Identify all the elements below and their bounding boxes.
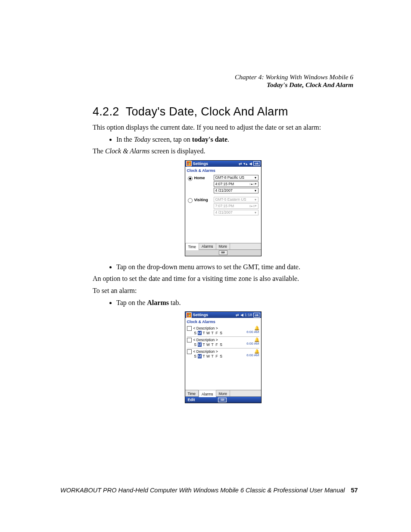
alarm-time[interactable]: 6:00 AM <box>246 342 259 345</box>
chevron-down-icon: ▼ <box>254 198 258 201</box>
bottom-bar: ⌨ <box>185 249 261 256</box>
bell-icon[interactable]: 🔔 <box>246 349 259 353</box>
volume-icon[interactable]: ◀ <box>249 162 252 166</box>
bullet-list-1: In the Today screen, tap on today's date… <box>93 135 353 144</box>
alarm-info: < Description > SMTWTFS <box>193 326 247 335</box>
screenshot-clock-alarms: Settings ⇄ ◀ 1:18 ok Clock & Alarms < De… <box>185 311 262 403</box>
chevron-down-icon: ▼ <box>254 211 258 214</box>
tray-clock[interactable]: 1:18 <box>245 313 252 317</box>
section-title: 4.2.2 Today's Date, Clock And Alarm <box>93 105 353 118</box>
bullet-list-2: Tap on the drop-down menu arrows to set … <box>93 262 353 272</box>
wm-body: Home GMT-8 Pacific US▼ 4:07:15 PM▲▼ 4 /2… <box>185 174 261 243</box>
titlebar-label: Settings <box>193 162 209 166</box>
signal-icon[interactable]: ▾▴ <box>243 162 248 166</box>
radio-home-label: Home <box>194 176 205 180</box>
header-section: Today's Date, Clock And Alarm <box>93 81 353 89</box>
home-time-field[interactable]: 4:07:15 PM▲▼ <box>214 181 258 187</box>
radio-visiting[interactable] <box>188 198 193 203</box>
page-footer: WORKABOUT PRO Hand-Held Computer With Wi… <box>60 487 362 494</box>
alarm-days[interactable]: SMTWTFS <box>193 331 247 335</box>
home-timezone-dropdown[interactable]: GMT-8 Pacific US▼ <box>214 175 258 180</box>
ok-button[interactable]: ok <box>253 313 260 317</box>
svg-rect-7 <box>189 315 190 316</box>
section-heading: Today's Date, Clock And Alarm <box>126 105 288 118</box>
svg-rect-1 <box>189 162 190 163</box>
tab-alarms[interactable]: Alarms <box>199 243 216 249</box>
visiting-cluster: Visiting GMT-5 Eastern US▼ 7:07:15 PM▲▼ … <box>188 197 258 216</box>
time-spinner[interactable]: ▲▼ <box>250 183 258 185</box>
keyboard-icon[interactable]: ⌨ <box>219 250 227 255</box>
alarm-days[interactable]: SMTWTFS <box>193 354 247 358</box>
radio-visiting-label: Visiting <box>194 198 208 202</box>
svg-rect-5 <box>189 314 190 315</box>
alarm-row[interactable]: < Description > SMTWTFS 🔔 6:00 AM <box>187 348 259 360</box>
footer-text: WORKABOUT PRO Hand-Held Computer With Wi… <box>60 487 345 494</box>
alarm-time[interactable]: 6:00 AM <box>246 330 259 334</box>
alarm-time[interactable]: 6:00 AM <box>246 353 259 357</box>
home-cluster: Home GMT-8 Pacific US▼ 4:07:15 PM▲▼ 4 /2… <box>188 175 258 194</box>
alarm-checkbox[interactable] <box>187 338 192 342</box>
wm-titlebar: Settings ⇄ ◀ 1:18 ok <box>185 312 261 318</box>
alarm-description[interactable]: < Description > <box>193 326 247 330</box>
visiting-timezone-dropdown[interactable]: GMT-5 Eastern US▼ <box>214 197 258 202</box>
keyboard-icon[interactable]: ⌨ <box>218 398 227 402</box>
connectivity-icon[interactable]: ⇄ <box>236 313 239 317</box>
ok-button[interactable]: ok <box>253 161 260 166</box>
header-chapter: Chapter 4: Working With Windows Mobile 6 <box>93 73 353 81</box>
intro-paragraph: This option displays the current date. I… <box>93 123 353 132</box>
bell-icon[interactable]: 🔔 <box>246 338 259 342</box>
set-alarm-paragraph: To set an alarm: <box>93 286 353 296</box>
tab-bar: Time Alarms More <box>185 390 261 396</box>
chevron-down-icon: ▼ <box>254 189 258 192</box>
bullet-alarms-tab: Tap on the Alarms tab. <box>116 298 353 308</box>
visiting-date-dropdown[interactable]: 4 /21/2007▼ <box>214 210 258 215</box>
bell-icon[interactable]: 🔔 <box>246 326 259 330</box>
bullet-today-date: In the Today screen, tap on today's date… <box>116 135 353 144</box>
tab-time[interactable]: Time <box>185 243 199 250</box>
screen-subheader: Clock & Alarms <box>185 318 261 325</box>
start-icon[interactable] <box>186 312 192 318</box>
visiting-time-field[interactable]: 7:07:15 PM▲▼ <box>214 203 258 209</box>
alarm-info: < Description > SMTWTFS <box>193 349 247 358</box>
titlebar-label: Settings <box>193 313 209 317</box>
chevron-down-icon: ▼ <box>254 176 258 179</box>
tab-time[interactable]: Time <box>185 390 199 396</box>
svg-rect-4 <box>187 314 188 315</box>
visiting-option-paragraph: An option to set the date and time for a… <box>93 274 353 283</box>
connectivity-icon[interactable]: ⇄ <box>239 162 242 166</box>
visiting-fields: GMT-5 Eastern US▼ 7:07:15 PM▲▼ 4 /21/200… <box>214 197 258 216</box>
alarm-checkbox[interactable] <box>187 326 192 331</box>
alarm-right: 🔔 6:00 AM <box>246 338 259 345</box>
screen-subheader: Clock & Alarms <box>185 167 261 174</box>
alarm-days[interactable]: SMTWTFS <box>193 342 247 347</box>
clock-alarms-displayed: The Clock & Alarms screen is displayed. <box>93 146 353 156</box>
time-spinner[interactable]: ▲▼ <box>250 205 258 207</box>
system-tray: ⇄ ▾▴ ◀ ok <box>239 161 260 166</box>
home-fields: GMT-8 Pacific US▼ 4:07:15 PM▲▼ 4 /21/200… <box>214 175 258 194</box>
tab-more[interactable]: More <box>216 390 230 396</box>
volume-icon[interactable]: ◀ <box>240 313 243 317</box>
start-icon[interactable] <box>186 161 192 166</box>
alarm-description[interactable]: < Description > <box>193 338 247 342</box>
alarm-row[interactable]: < Description > SMTWTFS 🔔 6:00 AM <box>187 337 259 348</box>
radio-home[interactable] <box>188 176 193 181</box>
edit-button[interactable]: Edit <box>188 398 195 402</box>
svg-rect-0 <box>187 162 188 163</box>
svg-rect-2 <box>187 164 188 165</box>
bullet-dropdowns: Tap on the drop-down menu arrows to set … <box>116 262 353 272</box>
svg-rect-6 <box>187 315 188 316</box>
tab-bar: Time Alarms More <box>185 243 261 249</box>
svg-rect-3 <box>189 164 190 165</box>
alarm-info: < Description > SMTWTFS <box>193 338 247 347</box>
tab-alarms[interactable]: Alarms <box>199 390 216 397</box>
alarm-description[interactable]: < Description > <box>193 349 247 354</box>
home-date-dropdown[interactable]: 4 /21/2007▼ <box>214 188 258 193</box>
alarm-right: 🔔 6:00 AM <box>246 349 259 357</box>
page-content: Chapter 4: Working With Windows Mobile 6… <box>93 73 353 409</box>
wm-titlebar: Settings ⇄ ▾▴ ◀ ok <box>185 161 261 167</box>
tab-more[interactable]: More <box>216 243 230 249</box>
screenshot-clock-time: Settings ⇄ ▾▴ ◀ ok Clock & Alarms Home G… <box>185 160 262 256</box>
alarm-row[interactable]: < Description > SMTWTFS 🔔 6:00 AM <box>187 325 259 337</box>
bullet-list-3: Tap on the Alarms tab. <box>93 298 353 308</box>
alarm-checkbox[interactable] <box>187 349 192 354</box>
